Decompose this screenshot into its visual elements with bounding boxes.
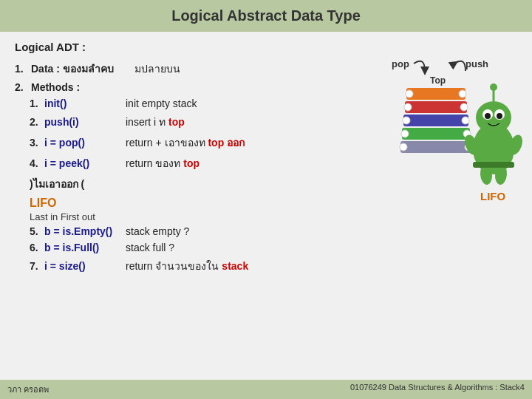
svg-point-7	[403, 117, 410, 124]
method5-desc: stack empty ?	[126, 225, 189, 237]
stack-illustration: pop push Top	[384, 52, 525, 225]
method5-num: 5.	[30, 225, 44, 237]
svg-point-19	[485, 113, 491, 119]
section2-label: Methods :	[31, 81, 80, 93]
method6-desc: stack full ?	[126, 242, 174, 253]
svg-point-13	[400, 143, 407, 151]
svg-rect-0	[406, 88, 466, 100]
svg-point-20	[497, 113, 502, 119]
method7-stack: stack	[222, 260, 248, 272]
svg-rect-27	[473, 162, 514, 168]
svg-point-2	[459, 90, 466, 98]
footer-bar: วภา ครอตพ 01076249 Data Structures & Alg…	[0, 380, 532, 399]
svg-rect-6	[403, 115, 468, 126]
method6-name: b = is.Full()	[44, 242, 126, 253]
method4-num: 4.	[30, 157, 44, 169]
svg-rect-9	[402, 128, 470, 140]
section1-num: 1.	[15, 63, 31, 75]
method-row-7: 7. i = size() return จำนวนของใน stack	[15, 258, 517, 274]
method2-top: top	[168, 116, 185, 128]
svg-point-22	[490, 83, 497, 91]
method2-name: push(i)	[44, 116, 126, 128]
svg-point-10	[401, 130, 409, 137]
svg-point-1	[406, 90, 413, 98]
method2-desc: insert i ท	[126, 114, 166, 130]
content-area: Logical ADT : 1. Data : ของมลำคบ มปลายบน…	[0, 32, 532, 287]
lifo-svg-text: LIFO	[480, 190, 505, 202]
method7-num: 7.	[30, 260, 44, 272]
method1-name: init()	[44, 98, 126, 109]
svg-point-8	[462, 117, 469, 124]
section1-label: Data : ของมลำคบ	[31, 61, 134, 77]
method3-desc: return + เอาของท	[126, 134, 205, 151]
svg-point-5	[460, 103, 468, 111]
method3-name: i = pop()	[44, 137, 126, 149]
title-bar: Logical Abstract Data Type	[0, 0, 532, 32]
svg-rect-12	[400, 141, 471, 153]
method4-name: i = peek()	[44, 157, 126, 169]
method6-num: 6.	[30, 242, 44, 253]
svg-point-16	[476, 101, 511, 134]
method4-desc: return ของท	[126, 155, 180, 171]
footer-left: วภา ครอตพ	[7, 383, 49, 396]
method2-num: 2.	[30, 116, 44, 128]
method1-desc: init empty stack	[126, 98, 197, 109]
svg-rect-3	[405, 101, 467, 113]
push-label-text: push	[466, 58, 488, 69]
method-row-6: 6. b = is.Full() stack full ?	[15, 242, 517, 253]
pop-label-text: pop	[392, 58, 409, 69]
method3-num: 3.	[30, 137, 44, 149]
adt-label: Logical ADT :	[15, 41, 517, 53]
method5-name: b = is.Empty()	[44, 225, 126, 237]
method-row-5: 5. b = is.Empty() stack empty ?	[15, 225, 517, 237]
page-title: Logical Abstract Data Type	[171, 7, 361, 24]
stack-svg: pop push Top	[384, 52, 525, 222]
method3-top: top ออก	[208, 134, 245, 151]
section1-desc: มปลายบน	[134, 61, 180, 77]
top-label-text: Top	[430, 75, 446, 86]
lifo-text: LIFO	[30, 197, 56, 209]
method7-desc: return จำนวนของใน	[126, 258, 219, 274]
svg-point-4	[404, 103, 412, 111]
method7-name: i = size()	[44, 260, 126, 272]
footer-right: 01076249 Data Structures & Algorithms : …	[350, 383, 525, 396]
method1-num: 1.	[30, 98, 44, 109]
section2-num: 2.	[15, 81, 31, 93]
method4-top: top	[183, 157, 200, 169]
